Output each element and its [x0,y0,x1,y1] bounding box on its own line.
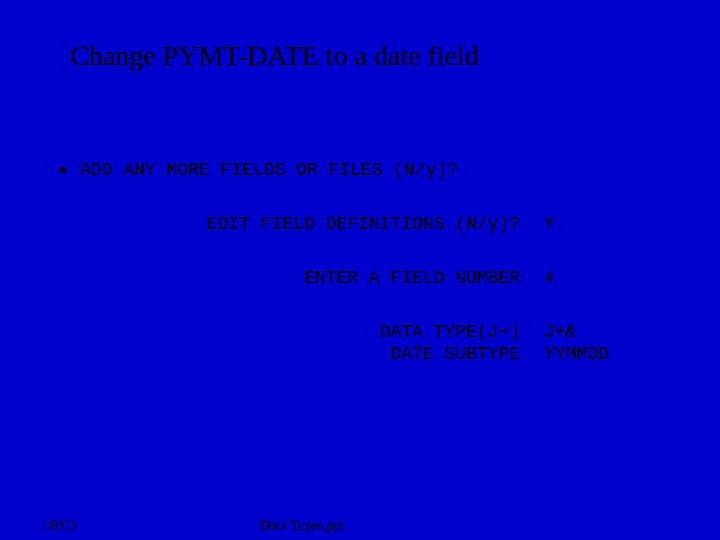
slide: Change PYMT-DATE to a date field ADD ANY… [0,0,720,540]
line-5-label: DATE SUBTYPE [60,344,520,364]
line-3-label: ENTER A FIELD NUMBER [60,268,520,288]
line-4-answer: J+& [544,322,576,342]
line-3-answer: 4 [544,268,555,288]
bullet-row-1: ADD ANY MORE FIELDS OR FILES (N/y)? [60,160,670,180]
slide-title: Change PYMT-DATE to a date field [70,40,479,72]
line-4: DATA TYPE(J+) J+& [60,322,670,342]
slide-body: ADD ANY MORE FIELDS OR FILES (N/y)? EDIT… [60,160,670,364]
line-1: ADD ANY MORE FIELDS OR FILES (N/y)? [80,160,458,180]
line-2: EDIT FIELD DEFINITIONS (N/y)? Y [60,214,670,234]
line-2-answer: Y [544,214,555,234]
line-5: DATE SUBTYPE YYMMDD [60,344,670,364]
line-3: ENTER A FIELD NUMBER 4 [60,268,670,288]
footer-filename: Data Types.ppt [260,518,344,534]
line-2-label: EDIT FIELD DEFINITIONS (N/y)? [60,214,520,234]
bullet-icon [60,167,66,173]
line-4-label: DATA TYPE(J+) [60,322,520,342]
line-5-answer: YYMMDD [544,344,609,364]
line-1-text: ADD ANY MORE FIELDS OR FILES (N/y)? [80,160,458,180]
footer-date: 1/8/03 [40,518,76,534]
